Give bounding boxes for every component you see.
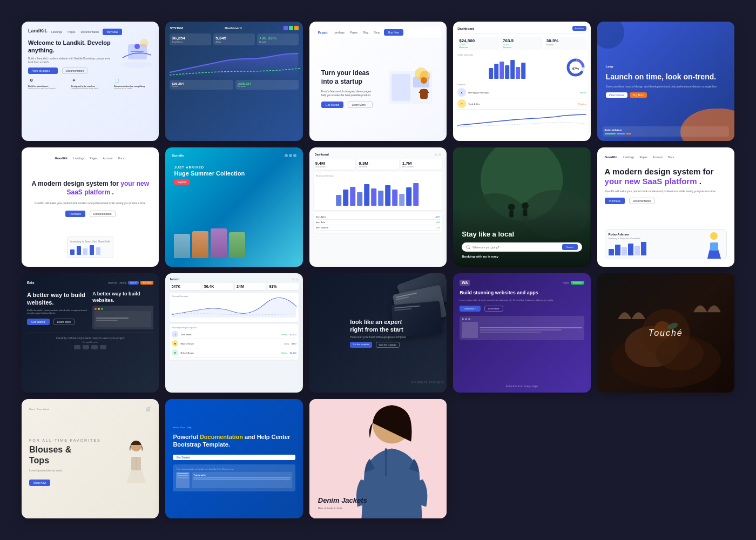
falcon-table: Booking from your space? J John Smith On…	[170, 324, 298, 360]
card-goodkit[interactable]: GoodKit Landings Pages Account Docs A mo…	[22, 147, 159, 267]
expert-buttons: Get this template View live template	[350, 342, 406, 348]
front-heading: Turn your ideas into a startup	[321, 69, 376, 86]
webflow-buttons: Download → Learn More	[460, 306, 584, 312]
expert-btn1[interactable]: Get this template	[350, 342, 372, 348]
analytics-stat3: +36.33% Growth	[257, 33, 299, 45]
wf-purchase[interactable]: Purchase	[571, 281, 584, 285]
gk2-btn2[interactable]: Documentation	[629, 198, 655, 204]
falcon-header: falcon	[170, 278, 298, 281]
local-sub: Booking with us is easy	[462, 255, 582, 258]
svg-rect-31	[385, 185, 390, 206]
card-docs[interactable]: Home Docs Help Powerful Documentation an…	[165, 399, 302, 518]
card-analytics-light[interactable]: Dashboard 9.4M Gross Volume 9.3M Net Vol…	[309, 147, 447, 267]
wf-btn1[interactable]: Download →	[460, 306, 481, 312]
brix-btn2[interactable]: Learn More	[53, 319, 75, 325]
svg-rect-12	[420, 89, 428, 99]
al-stat2: 9.3M Net Volume	[357, 159, 399, 170]
card-expert[interactable]: 3× more reliable look like an expertrigh…	[309, 273, 447, 393]
docs-heading: Powerful Documentation and Help Center B…	[173, 433, 295, 449]
touche-heading: Touché	[649, 328, 683, 338]
brix-buynow[interactable]: Buy Now	[140, 281, 153, 285]
leap-shape-blue	[597, 22, 624, 49]
gk2-person	[705, 232, 724, 259]
landkit-buy-btn[interactable]: Buy Now	[103, 29, 122, 35]
docs-btn[interactable]: Get Started	[173, 455, 295, 460]
card-landkit[interactable]: LandKit. Landings Pages Documentation Bu…	[22, 22, 159, 141]
falcon-logo: falcon	[170, 278, 179, 281]
goodkit-btns: Purchase Documentation	[65, 211, 116, 217]
gk2-nav2: Pages	[638, 155, 649, 159]
svg-rect-17	[510, 60, 515, 79]
table-row: Item Beta +8%	[316, 220, 440, 225]
blouses-sub: Lorem ipsum dolor sit amet.	[29, 469, 116, 472]
local-search-input[interactable]	[473, 246, 560, 249]
front-nav-4: Shop	[372, 30, 382, 35]
card-brix[interactable]: Brix Business Landing Sign In Buy Now A …	[22, 273, 159, 393]
front-logo: Front	[318, 31, 328, 35]
svg-line-45	[469, 248, 470, 249]
landkit-logo: LandKit.	[28, 28, 48, 33]
cart-icon[interactable]: 🛒	[146, 407, 151, 411]
gk2-btn1[interactable]: Purchase	[605, 198, 625, 204]
card-denim[interactable]: Denim Jackets New arrivals in store	[309, 399, 447, 518]
leap-robo-card: Robo Advisor	[603, 126, 729, 137]
leap-logo: Leap	[606, 65, 613, 68]
blouses-btn[interactable]: Shop Now	[29, 480, 50, 486]
front-btn2[interactable]: Learn More →	[348, 102, 373, 108]
goodkit-nav2: Pages	[88, 156, 99, 160]
card-leap[interactable]: Leap Launch on time, look on-trend. Save…	[597, 22, 734, 141]
brix-btn1[interactable]: Get Started	[27, 319, 50, 325]
summer-heading: Huge Summer Collection	[174, 170, 294, 177]
al-chart: Revenue Overview	[314, 172, 442, 210]
summer-btn[interactable]: Explore	[174, 179, 190, 185]
grid-container: LandKit. Landings Pages Documentation Bu…	[5, 5, 751, 535]
local-search-btn[interactable]: Search	[562, 244, 578, 250]
analytics-light-header: Dashboard	[314, 152, 442, 157]
landkit-btn2[interactable]: Documentation	[62, 68, 88, 74]
wf-nav1: Pages	[563, 281, 569, 284]
landkit-btn1[interactable]: View all pages →	[28, 68, 58, 74]
card-blouses[interactable]: Home Shop About 🛒 FOR ALL-TIME FAVORITES…	[22, 399, 159, 518]
card-front[interactable]: Front Landings Pages Blog Shop Buy Now T…	[309, 22, 447, 141]
leap-buttons: View Demos Buy Now	[606, 92, 726, 98]
wdash-donut: 67%	[565, 53, 586, 81]
wdash-stat1: $24,500 +2.4% Revenue	[457, 37, 499, 50]
front-navbar: Front Landings Pages Blog Shop Buy Now	[315, 27, 441, 38]
landkit-nav-3: Documentation	[79, 30, 100, 34]
wf-btn2[interactable]: Learn More	[484, 306, 503, 312]
card-webflow[interactable]: WA Pages Purchase Build stunning website…	[453, 273, 590, 393]
front-nav-3: Blog	[361, 30, 370, 35]
expert-btn2[interactable]: View live template	[376, 342, 400, 348]
brix-nav2: Landing	[119, 281, 126, 284]
card-analytics-dashboard[interactable]: SYSTEM Dashboard 36,254 Total Users 5,34…	[165, 22, 302, 141]
brix-signin[interactable]: Sign In	[128, 281, 139, 285]
front-buy-btn[interactable]: Buy Now	[384, 29, 403, 36]
card-summer[interactable]: Surtells JUST ARRIVED Huge Summer Collec…	[165, 147, 302, 267]
leap-btn1[interactable]: View Demos	[606, 92, 627, 98]
goodkit-btn1[interactable]: Purchase	[65, 211, 85, 217]
blouses-content: FOR ALL-TIME FAVORITES Blouses &Tops Lor…	[29, 414, 151, 511]
local-search-bar[interactable]: Search	[462, 242, 582, 252]
wf-caption: Attractive from every angle	[453, 380, 590, 389]
al-table: Item Alpha +12% Item Beta +8% Item Gamma…	[314, 212, 442, 233]
brix-heading2: A better way to build websites.	[92, 291, 153, 303]
gk2-buttons: Purchase Documentation	[605, 198, 727, 204]
svg-rect-27	[357, 192, 362, 206]
front-nav-2: Pages	[348, 30, 359, 35]
leap-btn2[interactable]: Buy Now	[630, 92, 647, 98]
leap-navbar: Leap	[606, 65, 726, 68]
svg-rect-47	[710, 242, 718, 251]
falcon-row: R Robert Brown Online $2,100	[172, 348, 296, 357]
card-white-dashboard[interactable]: Dashboard Buy Now $24,500 +2.4% Revenue …	[453, 22, 590, 141]
falcon-stat3: 24M	[235, 283, 266, 290]
goodkit-btn2[interactable]: Documentation	[90, 211, 116, 217]
card-touche[interactable]: Touché	[597, 273, 734, 393]
wdash-btn[interactable]: Buy Now	[572, 26, 586, 31]
card-goodkit2[interactable]: GoodKit Landings Pages Account Docs A mo…	[597, 147, 734, 267]
card-stay-local[interactable]: Stay like a local Search Booking with us…	[453, 147, 590, 267]
card-falcon[interactable]: falcon 547K 56.4K 24M 91% Recent Earning…	[165, 273, 302, 393]
front-content: Turn your ideas into a startup Front's f…	[321, 69, 382, 107]
brix-logos	[27, 345, 153, 349]
brix-content: A better way to build websites. Build a …	[27, 291, 153, 329]
front-btn1[interactable]: Get Started	[321, 102, 344, 108]
